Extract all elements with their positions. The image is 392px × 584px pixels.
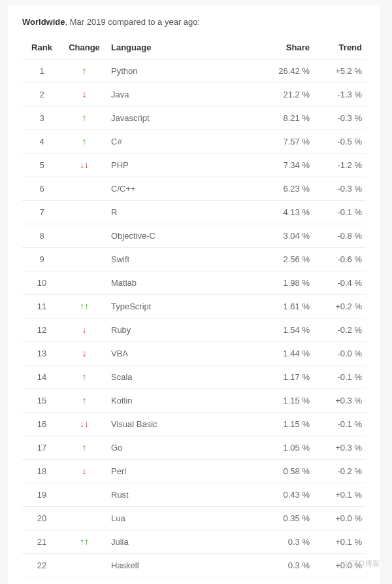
cell-change: ↑ [61, 130, 107, 154]
cell-language: Swift [107, 248, 255, 271]
arrow-up-icon: ↑ [84, 301, 89, 311]
cell-language: Perl [107, 460, 255, 483]
cell-share: 7.34 % [255, 154, 314, 177]
cell-rank: 11 [22, 295, 61, 318]
cell-rank: 8 [22, 224, 61, 248]
table-row: 17↑Go1.05 %+0.3 % [22, 436, 366, 460]
cell-rank: 23 [22, 577, 61, 585]
table-row: 14↑Scala1.17 %-0.1 % [22, 366, 366, 389]
cell-language: R [107, 201, 255, 224]
cell-share: 0.3 % [255, 530, 314, 554]
cell-language: C# [107, 130, 255, 154]
cell-change [61, 177, 107, 201]
cell-change: ↓↓ [61, 577, 107, 585]
table-row: 4↑C#7.57 %-0.5 % [22, 130, 366, 154]
caption-period: , Mar 2019 compared to a year ago: [65, 17, 200, 27]
header-change: Change [61, 36, 107, 60]
cell-rank: 20 [22, 507, 61, 530]
table-row: 12↓Ruby1.54 %-0.2 % [22, 318, 366, 342]
cell-trend: -0.3 % [314, 107, 366, 130]
cell-trend: -0.3 % [314, 177, 366, 201]
cell-language: Matlab [107, 271, 255, 295]
cell-rank: 10 [22, 271, 61, 295]
cell-rank: 9 [22, 248, 61, 271]
cell-change: ↑ [61, 60, 107, 83]
cell-rank: 18 [22, 460, 61, 483]
arrow-down-icon: ↓ [80, 160, 84, 169]
cell-change [61, 224, 107, 248]
cell-share: 0.58 % [255, 460, 314, 483]
cell-trend: -1.3 % [314, 83, 366, 107]
cell-change: ↓ [61, 318, 107, 342]
table-row: 10Matlab1.98 %-0.4 % [22, 271, 366, 295]
cell-share: 4.13 % [255, 201, 314, 224]
table-row: 13↓VBA1.44 %-0.0 % [22, 342, 366, 366]
cell-share: 1.54 % [255, 318, 314, 342]
cell-change [61, 554, 107, 577]
arrow-up-icon: ↑ [80, 537, 84, 546]
cell-change: ↑↑ [61, 295, 107, 318]
cell-language: Julia [107, 530, 255, 554]
cell-language: Python [107, 60, 255, 83]
cell-trend: +0.1 % [314, 530, 366, 554]
arrow-down-icon: ↓ [84, 419, 89, 428]
cell-share: 3.04 % [255, 224, 314, 248]
cell-share: 21.2 % [255, 83, 314, 107]
cell-rank: 5 [22, 154, 61, 177]
cell-language: Objective-C [107, 224, 255, 248]
cell-share: 2.56 % [255, 248, 314, 271]
cell-trend: -0.1 % [314, 366, 366, 389]
cell-rank: 17 [22, 436, 61, 460]
cell-language: Go [107, 436, 255, 460]
cell-change [61, 271, 107, 295]
cell-change: ↑ [61, 107, 107, 130]
cell-trend: +0.0 % [314, 507, 366, 530]
cell-language: Java [107, 83, 255, 107]
table-row: 20Lua0.35 %+0.0 % [22, 507, 366, 530]
arrow-up-icon: ↑ [82, 396, 87, 405]
cell-change: ↓↓ [61, 413, 107, 436]
cell-rank: 6 [22, 177, 61, 201]
cell-change: ↓ [61, 460, 107, 483]
cell-change [61, 248, 107, 271]
cell-trend: -0.1 % [314, 201, 366, 224]
cell-change [61, 483, 107, 507]
cell-share: 1.05 % [255, 436, 314, 460]
arrow-down-icon: ↓ [84, 160, 89, 169]
cell-share: 1.98 % [255, 271, 314, 295]
cell-trend: +0.0 % [314, 554, 366, 577]
cell-trend: +0.2 % [314, 295, 366, 318]
cell-change [61, 201, 107, 224]
cell-language: Lua [107, 507, 255, 530]
cell-change: ↑ [61, 389, 107, 413]
cell-rank: 19 [22, 483, 61, 507]
table-row: 23↓↓Delphi0.25 %-0.1 % [22, 577, 366, 585]
cell-share: 0.35 % [255, 507, 314, 530]
cell-rank: 21 [22, 530, 61, 554]
cell-share: 0.3 % [255, 554, 314, 577]
table-row: 21↑↑Julia0.3 %+0.1 % [22, 530, 366, 554]
arrow-up-icon: ↑ [82, 372, 87, 381]
table-row: 6C/C++6.23 %-0.3 % [22, 177, 366, 201]
arrow-down-icon: ↓ [82, 90, 87, 99]
arrow-down-icon: ↓ [82, 325, 87, 334]
table-row: 15↑Kotlin1.15 %+0.3 % [22, 389, 366, 413]
ranking-table: Rank Change Language Share Trend 1↑Pytho… [22, 36, 366, 584]
cell-share: 7.57 % [255, 130, 314, 154]
table-row: 18↓Perl0.58 %-0.2 % [22, 460, 366, 483]
table-row: 1↑Python26.42 %+5.2 % [22, 60, 366, 83]
caption-region: Worldwide [22, 17, 65, 27]
arrow-up-icon: ↑ [82, 443, 87, 452]
cell-language: Kotlin [107, 389, 255, 413]
cell-language: Haskell [107, 554, 255, 577]
table-header-row: Rank Change Language Share Trend [22, 36, 366, 60]
table-row: 3↑Javascript8.21 %-0.3 % [22, 107, 366, 130]
cell-rank: 1 [22, 60, 61, 83]
arrow-up-icon: ↑ [82, 137, 87, 146]
cell-share: 8.21 % [255, 107, 314, 130]
cell-change: ↑↑ [61, 530, 107, 554]
cell-language: C/C++ [107, 177, 255, 201]
cell-share: 1.44 % [255, 342, 314, 366]
cell-trend: -0.1 % [314, 577, 366, 585]
cell-trend: -0.6 % [314, 248, 366, 271]
